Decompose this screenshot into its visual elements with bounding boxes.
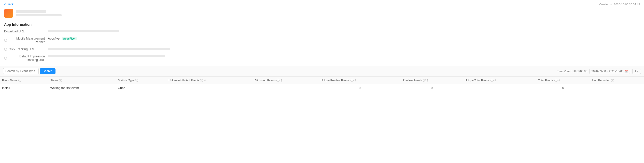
cell-attributed: 0	[253, 84, 319, 92]
top-bar: Back Created on 2020-10-05 20:04:43	[0, 0, 644, 8]
col-event-name: Event Name i	[0, 77, 48, 84]
unique-attributed-info-icon[interactable]: i	[200, 79, 203, 82]
click-tracking-label: Click Tracking URL	[4, 47, 45, 51]
mmp-label: Mobile Measurement Partner	[4, 37, 45, 44]
calendar-icon: 📅	[624, 70, 628, 73]
cell-last-recorded: -	[590, 84, 644, 92]
col-attributed: Attributed Events i ▲▼	[253, 77, 319, 84]
app-info	[16, 10, 62, 16]
last-recorded-info-icon[interactable]: i	[611, 79, 614, 82]
page-select[interactable]: 1 ▾	[632, 69, 641, 74]
toolbar: Search Time Zone : UTC+08:00 2020-09-30 …	[0, 66, 644, 77]
cell-status: Waiting for first event	[48, 84, 116, 92]
radio-dot-3	[4, 57, 7, 60]
back-button[interactable]: Back	[4, 3, 13, 6]
col-unique-preview: Unique Preview Events i ▲▼	[319, 77, 401, 84]
col-statistic-type: Statistic Type i	[116, 77, 166, 84]
search-area: Search	[3, 68, 55, 74]
search-button[interactable]: Search	[40, 68, 55, 74]
toolbar-right: Time Zone : UTC+08:00 2020-09-30 ~ 2020-…	[557, 69, 641, 74]
appsflyer-logo: AppsFlyer	[62, 37, 77, 40]
total-sort[interactable]: ▲▼	[558, 79, 560, 82]
info-grid: Download URL Mobile Measurement Partner …	[0, 30, 644, 66]
created-date: Created on 2020-10-05 20:04:43	[599, 3, 640, 6]
header-row: Event Name i Status i Statistic Type i U…	[0, 77, 644, 84]
attributed-info-icon[interactable]: i	[276, 79, 279, 82]
download-url-row: Download URL	[4, 30, 640, 33]
unique-preview-sort[interactable]: ▲▼	[354, 79, 356, 82]
col-unique-total: Unique Total Events i ▲▼	[463, 77, 536, 84]
cell-unique-preview: 0	[319, 84, 401, 92]
app-icon	[4, 9, 13, 18]
click-tracking-value	[48, 47, 640, 51]
page-num: 1	[635, 70, 636, 73]
radio-dot-2	[4, 48, 7, 51]
cell-event-name: Install	[0, 84, 48, 92]
preview-info-icon[interactable]: i	[423, 79, 426, 82]
cell-total: 0	[536, 84, 590, 92]
statistic-type-info-icon[interactable]: i	[135, 79, 138, 82]
cell-unique-attributed: 0	[166, 84, 252, 92]
unique-attributed-sort[interactable]: ▲▼	[204, 79, 206, 82]
click-tracking-row: Click Tracking URL	[4, 47, 640, 51]
download-url-label: Download URL	[4, 30, 45, 33]
search-input[interactable]	[3, 68, 39, 74]
download-url-value	[48, 30, 640, 33]
unique-total-info-icon[interactable]: i	[491, 79, 494, 82]
col-preview: Preview Events i ▲▼	[401, 77, 463, 84]
date-range-value: 2020-09-30 ~ 2020-10-06	[592, 70, 623, 73]
cell-statistic-type: Once	[116, 84, 166, 92]
cell-preview: 0	[401, 84, 463, 92]
unique-total-sort[interactable]: ▲▼	[494, 79, 496, 82]
mmp-row: Mobile Measurement Partner Appsflyer App…	[4, 37, 640, 44]
total-info-icon[interactable]: i	[554, 79, 557, 82]
app-header	[0, 8, 644, 20]
table-row: Install Waiting for first event Once 0 0…	[0, 84, 644, 92]
date-range-picker[interactable]: 2020-09-30 ~ 2020-10-06 📅	[589, 69, 630, 74]
impression-tracking-row: Default Impression Tracking URL	[4, 55, 640, 62]
col-status: Status i	[48, 77, 116, 84]
impression-tracking-value	[48, 55, 640, 58]
attributed-sort[interactable]: ▲▼	[280, 79, 282, 82]
unique-preview-info-icon[interactable]: i	[351, 79, 354, 82]
impression-tracking-label: Default Impression Tracking URL	[4, 55, 45, 62]
status-info-icon[interactable]: i	[59, 79, 62, 82]
timezone-label: Time Zone : UTC+08:00	[557, 70, 587, 73]
preview-sort[interactable]: ▲▼	[427, 79, 429, 82]
app-sub	[16, 14, 62, 16]
table-header: Event Name i Status i Statistic Type i U…	[0, 77, 644, 84]
app-name	[16, 10, 46, 13]
mmp-value: Appsflyer AppsFlyer	[48, 37, 77, 40]
section-title: App Information	[0, 20, 644, 30]
col-unique-attributed: Unique Attributed Events i ▲▼	[166, 77, 252, 84]
col-last-recorded: Last Recorded i	[590, 77, 644, 84]
events-table: Event Name i Status i Statistic Type i U…	[0, 77, 644, 92]
event-name-info-icon[interactable]: i	[18, 79, 21, 82]
table-body: Install Waiting for first event Once 0 0…	[0, 84, 644, 92]
radio-dot	[4, 39, 7, 42]
col-total: Total Events i ▲▼	[536, 77, 590, 84]
cell-unique-total: 0	[463, 84, 536, 92]
chevron-down-icon: ▾	[637, 70, 639, 73]
